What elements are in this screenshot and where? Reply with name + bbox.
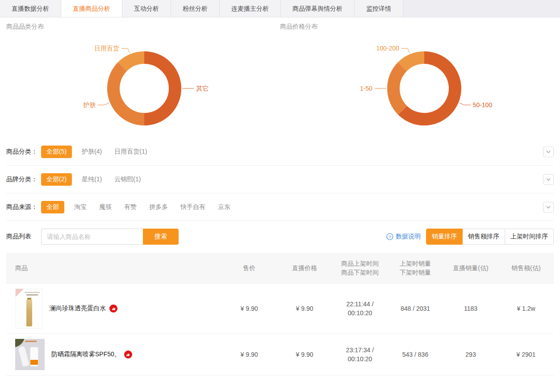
tab-bar: 直播数据分析直播商品分析互动分析粉丝分析连麦播主分析商品弹幕舆情分析监控详情: [0, 0, 560, 17]
table-header: 商品售价直播价格商品上架时间商品下架时间上架时销量下架时销量直播销量(估)销售额…: [6, 253, 554, 284]
donut-segment-label: 100-200: [376, 45, 400, 52]
revenue-cell: ¥ 2901: [498, 350, 554, 359]
tab-1[interactable]: 直播商品分析: [61, 0, 122, 17]
data-note-link[interactable]: ? 数据说明: [386, 233, 421, 241]
filter-option[interactable]: 日用百货(1): [114, 148, 147, 156]
price-chart-panel: 商品价格分布 50-1001-50100-200: [280, 23, 560, 138]
column-header: 直播价格: [277, 263, 332, 272]
listed-time: 22:11:44 /: [332, 300, 388, 309]
donut-segment-label: 护肤: [83, 101, 96, 108]
chevron-down-icon: [546, 206, 551, 209]
sort-button[interactable]: 销量排序: [426, 229, 463, 245]
sort-button-group: 销量排序销售额排序上架时间排序: [426, 229, 554, 245]
price-cell: ¥ 9.90: [221, 350, 277, 359]
sales-cell: 848 / 2031: [388, 304, 443, 313]
time-cell: 22:11:44 / 00:10:20: [332, 300, 388, 317]
product-name: 澜尚珍珠透亮蛋白水: [50, 304, 117, 313]
chevron-down-icon: [546, 178, 551, 181]
filter-options: 全部(2)星纯(1)云锦熙(1): [41, 173, 153, 186]
label-leader-line: [98, 103, 109, 105]
category-donut-chart: 其它护肤日用百货: [0, 32, 280, 138]
live-product-analysis-page: 直播数据分析直播商品分析互动分析粉丝分析连麦播主分析商品弹幕舆情分析监控详情 商…: [0, 0, 560, 375]
filter-option[interactable]: 星纯(1): [82, 175, 102, 183]
tab-4[interactable]: 连麦播主分析: [220, 0, 281, 17]
sort-button[interactable]: 上架时间排序: [505, 229, 554, 245]
tab-3[interactable]: 粉丝分析: [171, 0, 220, 17]
product-cell: 澜尚珍珠透亮蛋白水: [6, 288, 221, 329]
filter-option[interactable]: 云锦熙(1): [114, 175, 141, 183]
revenue-cell: ¥ 1.2w: [498, 304, 554, 313]
filter-expand-button[interactable]: [543, 202, 554, 213]
tab-5[interactable]: 商品弹幕舆情分析: [281, 0, 355, 17]
column-header: 直播销量(估): [443, 263, 498, 272]
price-cell: ¥ 9.90: [221, 304, 277, 313]
product-thumbnail: [15, 288, 43, 329]
search-button[interactable]: 搜索: [143, 229, 179, 245]
donut-segment-label: 1-50: [360, 85, 372, 92]
column-header: 商品上架时间商品下架时间: [332, 259, 388, 277]
filter-label: 品牌分类：: [6, 175, 41, 183]
filter-option[interactable]: 京东: [218, 203, 230, 211]
hot-thumbs-up-badge-icon: [124, 350, 132, 359]
column-header: 销售额(估): [498, 263, 554, 272]
product-list-label: 商品列表: [6, 233, 31, 241]
filter-option[interactable]: 全部(5): [41, 146, 72, 158]
sales-cell: 543 / 836: [388, 350, 443, 359]
svg-text:?: ?: [389, 234, 391, 239]
product-thumbnail: [15, 339, 45, 370]
filter-option[interactable]: 快手自有: [180, 203, 205, 211]
donut-segment: [122, 58, 144, 67]
filter-option[interactable]: 淘宝: [74, 203, 87, 211]
filter-option[interactable]: 有赞: [124, 203, 137, 211]
filter-option[interactable]: 全部: [41, 201, 64, 213]
live-price-cell: ¥ 9.90: [277, 304, 332, 313]
product-cell: 防晒霜隔离喷雾SPF50。: [6, 339, 221, 370]
hot-thumbs-up-badge-icon: [109, 304, 117, 313]
listed-time: 23:17:34 /: [332, 346, 388, 354]
table-row: 防晒霜隔离喷雾SPF50。 ¥ 9.90 ¥ 9.90 23:17:34 / 0…: [6, 334, 554, 375]
column-header: 售价: [221, 263, 277, 272]
filter-label: 商品来源：: [6, 203, 41, 211]
charts-section: 商品品类分布 其它护肤日用百货 商品价格分布 50-1001-50100-200: [0, 17, 560, 138]
chevron-down-icon: [546, 150, 551, 153]
product-name: 防晒霜隔离喷雾SPF50。: [51, 350, 132, 359]
filter-option[interactable]: 全部(2): [41, 173, 72, 186]
filter-option[interactable]: 护肤(4): [82, 148, 102, 156]
delisted-time: 00:10:20: [332, 354, 388, 363]
price-chart-title: 商品价格分布: [280, 23, 560, 32]
time-cell: 23:17:34 / 00:10:20: [332, 346, 388, 363]
filter-expand-button[interactable]: [543, 174, 554, 185]
column-header: 商品: [6, 263, 221, 272]
sort-button[interactable]: 销售额排序: [462, 229, 505, 245]
donut-segment: [144, 58, 175, 119]
tab-0[interactable]: 直播数据分析: [0, 0, 61, 17]
tab-2[interactable]: 互动分析: [122, 0, 171, 17]
table-body: 澜尚珍珠透亮蛋白水 ¥ 9.90 ¥ 9.90 22:11:44 / 00:10…: [6, 284, 554, 375]
donut-segment-label: 其它: [196, 85, 209, 92]
filter-row: 品牌分类： 全部(2)星纯(1)云锦熙(1): [6, 166, 554, 193]
category-chart-title: 商品品类分布: [0, 23, 280, 32]
live-price-cell: ¥ 9.90: [277, 350, 332, 359]
filter-row: 商品来源： 全部淘宝魔筷有赞拼多多快手自有京东: [6, 193, 554, 221]
filter-option[interactable]: 魔筷: [99, 203, 112, 211]
live-sales-cell: 293: [443, 350, 498, 359]
tab-6[interactable]: 监控详情: [355, 0, 403, 17]
label-leader-line: [121, 48, 130, 53]
delisted-time: 00:10:20: [332, 309, 388, 317]
question-circle-icon: ?: [386, 233, 393, 240]
table-row: 澜尚珍珠透亮蛋白水 ¥ 9.90 ¥ 9.90 22:11:44 / 00:10…: [6, 284, 554, 334]
filter-options: 全部淘宝魔筷有赞拼多多快手自有京东: [41, 201, 243, 213]
filter-options: 全部(5)护肤(4)日用百货(1): [41, 146, 159, 158]
category-chart-panel: 商品品类分布 其它护肤日用百货: [0, 23, 280, 138]
filter-expand-button[interactable]: [543, 146, 554, 157]
filter-row: 商品分类： 全部(5)护肤(4)日用百货(1): [6, 138, 554, 166]
product-list-toolbar: 商品列表 搜索 ? 数据说明 销量排序销售额排序上架时间排序: [0, 221, 560, 252]
product-table: 商品售价直播价格商品上架时间商品下架时间上架时销量下架时销量直播销量(估)销售额…: [6, 253, 554, 375]
donut-segment-label: 50-100: [473, 101, 493, 108]
donut-segment: [393, 67, 402, 110]
product-search-box: 搜索: [41, 229, 179, 245]
filters-section: 商品分类： 全部(5)护肤(4)日用百货(1) 品牌分类： 全部(2)星纯(1)…: [0, 138, 560, 221]
donut-segment-label: 日用百货: [94, 45, 119, 52]
product-search-input[interactable]: [41, 229, 143, 245]
filter-option[interactable]: 拼多多: [149, 203, 168, 211]
